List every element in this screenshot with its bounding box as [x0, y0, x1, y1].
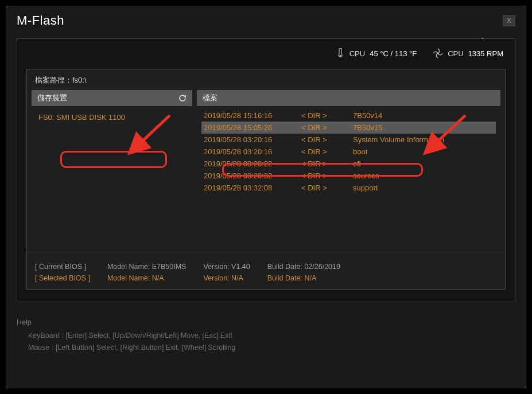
file-list[interactable]: 2019/05/28 15:16:16< DIR >7B50v142019/05…: [197, 106, 500, 247]
current-bios-version: Version: V1.40: [203, 263, 250, 271]
file-name: sources: [353, 171, 494, 180]
file-row[interactable]: 2019/05/28 03:20:16< DIR >boot: [201, 146, 496, 158]
file-date: 2019/05/28 15:16:16: [204, 111, 301, 120]
file-row[interactable]: 2019/05/28 03:32:08< DIR >support: [201, 182, 496, 194]
file-row[interactable]: 2019/05/28 03:20:22< DIR >efi: [201, 158, 496, 170]
help-keyboard: KeyBoard : [Enter] Select, [Up/Down/Righ…: [17, 330, 515, 342]
file-type: < DIR >: [301, 184, 353, 192]
titlebar: M-Flash X: [6, 6, 526, 34]
selected-bios-version: Version: N/A: [203, 274, 250, 282]
device-row[interactable]: FS0: SMI USB DISK 1100: [36, 110, 188, 125]
file-type: < DIR >: [301, 159, 353, 168]
device-header-label: 儲存裝置: [37, 93, 67, 103]
file-date: 2019/05/28 03:20:16: [204, 135, 301, 144]
cpu-fan-value: 1335 RPM: [468, 49, 503, 58]
file-column: 檔案 2019/05/28 15:16:16< DIR >7B50v142019…: [197, 90, 500, 247]
help-title: Help: [17, 318, 515, 326]
refresh-icon[interactable]: [178, 94, 187, 102]
bios-footer: [ Current BIOS ] [ Selected BIOS ] Model…: [27, 252, 505, 289]
file-date: 2019/05/28 03:20:32: [204, 171, 301, 180]
file-row[interactable]: 2019/05/28 15:16:16< DIR >7B50v14: [201, 110, 496, 122]
mflash-window: M-Flash X CPU 45 °C / 113 °F CPU 1335 RP…: [6, 6, 526, 388]
file-date: 2019/05/28 03:20:22: [204, 159, 301, 168]
cpu-temp-value: 45 °C / 113 °F: [370, 49, 417, 58]
file-name: 7B50v15: [353, 123, 494, 132]
file-name: efi: [353, 159, 494, 168]
current-bios-model: Model Name: E7B50IMS: [107, 263, 187, 271]
cpu-temp-label: CPU: [350, 49, 365, 58]
file-date: 2019/05/28 03:32:08: [204, 184, 301, 192]
close-button[interactable]: X: [503, 15, 515, 26]
device-column-header: 儲存裝置: [32, 90, 192, 106]
bios-build-col: Build Date: 02/26/2019 Build Date: N/A: [267, 263, 340, 282]
file-name: 7B50v14: [353, 111, 494, 120]
file-name: support: [353, 184, 494, 192]
current-bios-build: Build Date: 02/26/2019: [267, 263, 340, 271]
cpu-fan-status: CPU 1335 RPM: [433, 48, 503, 58]
file-date: 2019/05/28 03:20:16: [204, 147, 301, 156]
file-row[interactable]: 2019/05/28 03:20:32< DIR >sources: [201, 170, 496, 182]
device-list: FS0: SMI USB DISK 1100: [32, 106, 192, 247]
main-panel: 檔案路徑：fs0:\ 儲存裝置 FS0: SMI USB DISK 1100: [26, 69, 506, 290]
cpu-temp-status: CPU 45 °C / 113 °F: [336, 48, 417, 58]
fan-icon: [433, 48, 443, 58]
file-type: < DIR >: [301, 147, 353, 156]
file-header-label: 檔案: [203, 93, 218, 103]
device-column: 儲存裝置 FS0: SMI USB DISK 1100: [32, 90, 192, 247]
status-bar: CPU 45 °C / 113 °F CPU 1335 RPM: [17, 39, 515, 65]
bios-version-col: Version: V1.40 Version: N/A: [203, 263, 250, 282]
columns: 儲存裝置 FS0: SMI USB DISK 1100 檔案: [27, 90, 505, 252]
file-name: boot: [353, 147, 494, 156]
path-label: 檔案路徑：: [35, 76, 72, 84]
file-type: < DIR >: [301, 111, 353, 120]
thermometer-icon: [336, 48, 345, 58]
file-column-header: 檔案: [197, 90, 500, 106]
selected-bios-model: Model Name: N/A: [107, 274, 187, 282]
path-row: 檔案路徑：fs0:\: [27, 69, 505, 90]
cpu-fan-label: CPU: [448, 49, 463, 58]
file-type: < DIR >: [301, 135, 353, 144]
bios-model-col: Model Name: E7B50IMS Model Name: N/A: [107, 263, 187, 282]
inner-frame: CPU 45 °C / 113 °F CPU 1335 RPM 檔案路徑：fs0…: [17, 38, 515, 302]
current-bios-label: [ Current BIOS ]: [35, 263, 90, 271]
help-section: Help KeyBoard : [Enter] Select, [Up/Down…: [6, 302, 526, 354]
bios-label-col: [ Current BIOS ] [ Selected BIOS ]: [35, 263, 90, 282]
file-type: < DIR >: [301, 171, 353, 180]
svg-point-0: [339, 54, 341, 56]
file-type: < DIR >: [301, 123, 353, 132]
window-title: M-Flash: [17, 13, 64, 28]
help-mouse: Mouse : [Left Button] Select, [Right But…: [17, 342, 515, 354]
selected-bios-build: Build Date: N/A: [267, 274, 340, 282]
selected-bios-label: [ Selected BIOS ]: [35, 274, 90, 282]
path-value: fs0:\: [72, 76, 87, 84]
file-name: System Volume Information: [353, 135, 494, 144]
file-row[interactable]: 2019/05/28 03:20:16< DIR >System Volume …: [201, 134, 496, 146]
file-row[interactable]: 2019/05/28 15:05:26< DIR >7B50v15: [201, 122, 496, 134]
file-date: 2019/05/28 15:05:26: [204, 123, 301, 132]
